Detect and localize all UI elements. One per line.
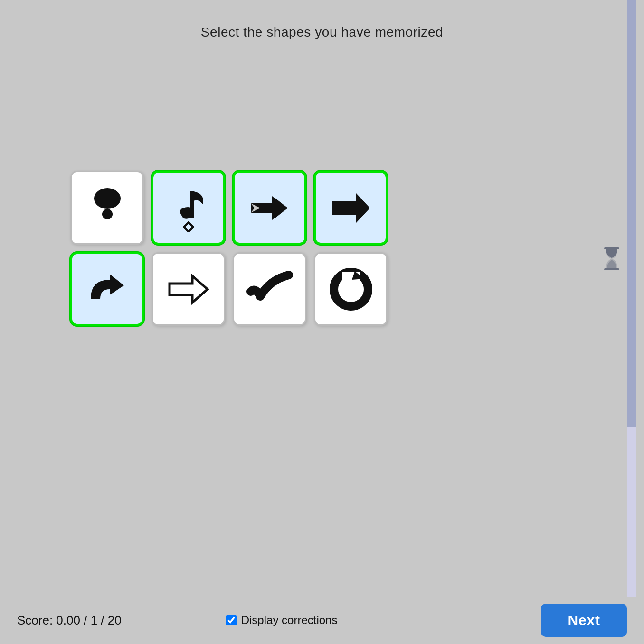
- svg-marker-10: [170, 276, 208, 303]
- shape-card-4[interactable]: [70, 252, 144, 326]
- score-text: Score: 0.00 / 1 / 20: [17, 613, 122, 628]
- display-corrections-checkbox[interactable]: [226, 615, 237, 625]
- bottom-bar: Score: 0.00 / 1 / 20 Display corrections…: [0, 597, 644, 644]
- svg-point-2: [94, 188, 121, 209]
- shape-card-5[interactable]: [152, 252, 225, 326]
- shape-card-2[interactable]: [233, 171, 306, 245]
- shape-card-1[interactable]: [152, 171, 225, 245]
- next-button[interactable]: Next: [541, 604, 627, 637]
- display-corrections-group: Display corrections: [226, 614, 338, 627]
- svg-rect-1: [604, 268, 619, 270]
- shape-card-0[interactable]: [70, 171, 144, 245]
- shape-card-3[interactable]: [314, 171, 388, 245]
- shape-grid: [70, 171, 388, 326]
- svg-marker-5: [184, 222, 193, 232]
- instruction-text: Select the shapes you have memorized: [0, 0, 644, 40]
- display-corrections-label[interactable]: Display corrections: [241, 614, 338, 627]
- hourglass-icon: [602, 247, 621, 271]
- shape-card-7[interactable]: [314, 252, 388, 326]
- svg-point-3: [102, 209, 113, 219]
- svg-marker-9: [332, 193, 370, 223]
- svg-rect-0: [604, 247, 619, 249]
- shape-card-6[interactable]: [233, 252, 306, 326]
- scrollbar-thumb[interactable]: [627, 0, 636, 427]
